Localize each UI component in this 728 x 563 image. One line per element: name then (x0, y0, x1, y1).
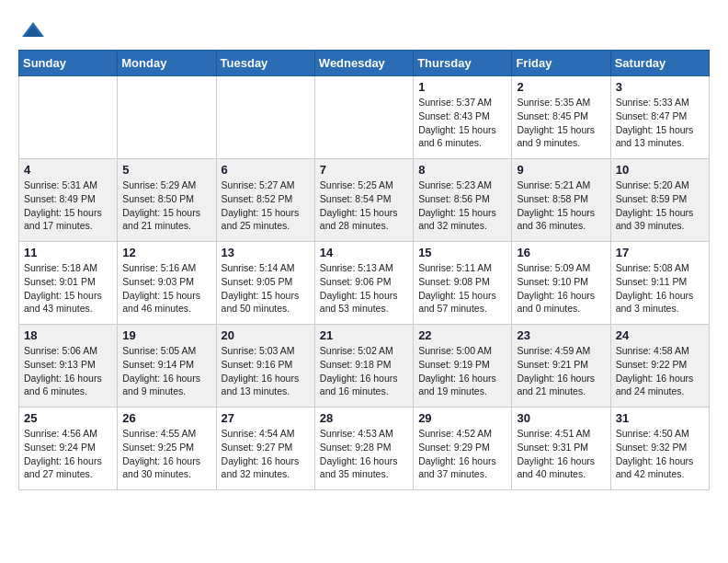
day-info: Sunrise: 5:08 AM Sunset: 9:11 PM Dayligh… (616, 261, 704, 316)
day-info: Sunrise: 5:09 AM Sunset: 9:10 PM Dayligh… (517, 261, 605, 316)
day-number: 27 (222, 411, 310, 425)
calendar-cell: 2Sunrise: 5:35 AM Sunset: 8:45 PM Daylig… (512, 76, 610, 159)
day-info: Sunrise: 4:50 AM Sunset: 9:32 PM Dayligh… (616, 427, 704, 481)
day-number: 26 (122, 411, 210, 425)
logo-text (18, 18, 48, 40)
day-number: 10 (616, 163, 704, 177)
day-number: 16 (517, 246, 605, 259)
day-number: 29 (418, 411, 506, 425)
weekday-header: Wednesday (314, 51, 413, 76)
page-header (18, 18, 710, 40)
calendar-cell: 20Sunrise: 5:03 AM Sunset: 9:16 PM Dayli… (216, 325, 314, 408)
day-number: 24 (616, 328, 704, 342)
logo-icon (20, 20, 46, 40)
day-info: Sunrise: 5:13 AM Sunset: 9:06 PM Dayligh… (320, 261, 408, 316)
day-info: Sunrise: 5:05 AM Sunset: 9:14 PM Dayligh… (122, 344, 210, 398)
weekday-header: Thursday (414, 51, 512, 76)
day-info: Sunrise: 4:54 AM Sunset: 9:27 PM Dayligh… (222, 427, 310, 481)
day-info: Sunrise: 4:56 AM Sunset: 9:24 PM Dayligh… (24, 427, 112, 481)
calendar-cell: 17Sunrise: 5:08 AM Sunset: 9:11 PM Dayli… (610, 242, 709, 325)
day-number: 11 (24, 246, 112, 259)
day-info: Sunrise: 5:33 AM Sunset: 8:47 PM Dayligh… (616, 96, 704, 150)
day-number: 7 (320, 163, 408, 177)
calendar-cell: 8Sunrise: 5:23 AM Sunset: 8:56 PM Daylig… (414, 159, 512, 242)
calendar-cell: 11Sunrise: 5:18 AM Sunset: 9:01 PM Dayli… (19, 242, 118, 325)
day-number: 1 (418, 80, 506, 94)
day-info: Sunrise: 5:25 AM Sunset: 8:54 PM Dayligh… (320, 178, 408, 233)
day-number: 2 (517, 80, 605, 94)
calendar-cell (314, 76, 413, 159)
calendar-cell (216, 76, 314, 159)
day-info: Sunrise: 5:02 AM Sunset: 9:18 PM Dayligh… (320, 344, 408, 398)
day-number: 4 (24, 163, 112, 177)
weekday-header: Monday (118, 51, 216, 76)
day-number: 5 (122, 163, 210, 177)
day-number: 13 (222, 246, 310, 259)
day-info: Sunrise: 5:31 AM Sunset: 8:49 PM Dayligh… (24, 178, 112, 233)
calendar-cell: 31Sunrise: 4:50 AM Sunset: 9:32 PM Dayli… (610, 408, 709, 490)
calendar-cell: 19Sunrise: 5:05 AM Sunset: 9:14 PM Dayli… (118, 325, 216, 408)
weekday-header: Tuesday (216, 51, 314, 76)
day-info: Sunrise: 5:16 AM Sunset: 9:03 PM Dayligh… (122, 261, 210, 316)
day-info: Sunrise: 5:23 AM Sunset: 8:56 PM Dayligh… (418, 178, 506, 233)
day-number: 20 (222, 328, 310, 342)
calendar-week-row: 11Sunrise: 5:18 AM Sunset: 9:01 PM Dayli… (19, 242, 710, 325)
day-info: Sunrise: 5:21 AM Sunset: 8:58 PM Dayligh… (517, 178, 605, 233)
calendar-cell: 6Sunrise: 5:27 AM Sunset: 8:52 PM Daylig… (216, 159, 314, 242)
calendar-cell: 9Sunrise: 5:21 AM Sunset: 8:58 PM Daylig… (512, 159, 610, 242)
day-info: Sunrise: 5:18 AM Sunset: 9:01 PM Dayligh… (24, 261, 112, 316)
day-info: Sunrise: 5:37 AM Sunset: 8:43 PM Dayligh… (418, 96, 506, 150)
day-info: Sunrise: 4:59 AM Sunset: 9:21 PM Dayligh… (517, 344, 605, 398)
day-number: 8 (418, 163, 506, 177)
calendar-cell: 30Sunrise: 4:51 AM Sunset: 9:31 PM Dayli… (512, 408, 610, 490)
calendar-cell: 23Sunrise: 4:59 AM Sunset: 9:21 PM Dayli… (512, 325, 610, 408)
day-number: 19 (122, 328, 210, 342)
day-info: Sunrise: 4:53 AM Sunset: 9:28 PM Dayligh… (320, 427, 408, 481)
calendar-cell: 1Sunrise: 5:37 AM Sunset: 8:43 PM Daylig… (414, 76, 512, 159)
day-number: 15 (418, 246, 506, 259)
day-number: 6 (222, 163, 310, 177)
day-number: 14 (320, 246, 408, 259)
day-info: Sunrise: 4:58 AM Sunset: 9:22 PM Dayligh… (616, 344, 704, 398)
day-number: 18 (24, 328, 112, 342)
day-info: Sunrise: 5:35 AM Sunset: 8:45 PM Dayligh… (517, 96, 605, 150)
calendar-cell: 22Sunrise: 5:00 AM Sunset: 9:19 PM Dayli… (414, 325, 512, 408)
weekday-header: Saturday (610, 51, 709, 76)
day-info: Sunrise: 5:06 AM Sunset: 9:13 PM Dayligh… (24, 344, 112, 398)
calendar-cell: 15Sunrise: 5:11 AM Sunset: 9:08 PM Dayli… (414, 242, 512, 325)
day-number: 31 (616, 411, 704, 425)
day-info: Sunrise: 4:52 AM Sunset: 9:29 PM Dayligh… (418, 427, 506, 481)
calendar-cell: 21Sunrise: 5:02 AM Sunset: 9:18 PM Dayli… (314, 325, 413, 408)
day-info: Sunrise: 5:14 AM Sunset: 9:05 PM Dayligh… (222, 261, 310, 316)
calendar-cell: 24Sunrise: 4:58 AM Sunset: 9:22 PM Dayli… (610, 325, 709, 408)
day-number: 28 (320, 411, 408, 425)
calendar-header-row: SundayMondayTuesdayWednesdayThursdayFrid… (19, 51, 710, 76)
calendar-cell: 12Sunrise: 5:16 AM Sunset: 9:03 PM Dayli… (118, 242, 216, 325)
day-number: 21 (320, 328, 408, 342)
calendar-cell: 7Sunrise: 5:25 AM Sunset: 8:54 PM Daylig… (314, 159, 413, 242)
weekday-header: Friday (512, 51, 610, 76)
calendar-body: 1Sunrise: 5:37 AM Sunset: 8:43 PM Daylig… (19, 76, 710, 490)
calendar-cell: 5Sunrise: 5:29 AM Sunset: 8:50 PM Daylig… (118, 159, 216, 242)
logo (18, 18, 48, 40)
day-info: Sunrise: 4:51 AM Sunset: 9:31 PM Dayligh… (517, 427, 605, 481)
day-info: Sunrise: 5:29 AM Sunset: 8:50 PM Dayligh… (122, 178, 210, 233)
calendar-cell (118, 76, 216, 159)
day-number: 22 (418, 328, 506, 342)
calendar-cell: 28Sunrise: 4:53 AM Sunset: 9:28 PM Dayli… (314, 408, 413, 490)
day-info: Sunrise: 5:20 AM Sunset: 8:59 PM Dayligh… (616, 178, 704, 233)
calendar-cell: 16Sunrise: 5:09 AM Sunset: 9:10 PM Dayli… (512, 242, 610, 325)
day-info: Sunrise: 5:03 AM Sunset: 9:16 PM Dayligh… (222, 344, 310, 398)
day-number: 12 (122, 246, 210, 259)
calendar-cell: 14Sunrise: 5:13 AM Sunset: 9:06 PM Dayli… (314, 242, 413, 325)
calendar-cell: 29Sunrise: 4:52 AM Sunset: 9:29 PM Dayli… (414, 408, 512, 490)
day-number: 17 (616, 246, 704, 259)
calendar-cell: 13Sunrise: 5:14 AM Sunset: 9:05 PM Dayli… (216, 242, 314, 325)
calendar-cell: 10Sunrise: 5:20 AM Sunset: 8:59 PM Dayli… (610, 159, 709, 242)
day-number: 3 (616, 80, 704, 94)
day-number: 25 (24, 411, 112, 425)
calendar-cell: 26Sunrise: 4:55 AM Sunset: 9:25 PM Dayli… (118, 408, 216, 490)
calendar-cell: 27Sunrise: 4:54 AM Sunset: 9:27 PM Dayli… (216, 408, 314, 490)
calendar-cell: 18Sunrise: 5:06 AM Sunset: 9:13 PM Dayli… (19, 325, 118, 408)
calendar-cell: 4Sunrise: 5:31 AM Sunset: 8:49 PM Daylig… (19, 159, 118, 242)
